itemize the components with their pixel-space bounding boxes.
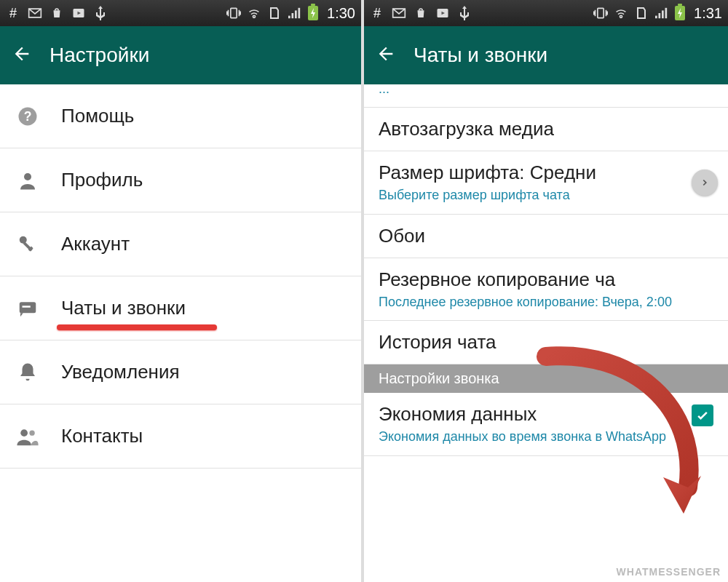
app-bar: Чаты и звонки [364,26,728,84]
svg-rect-5 [298,8,301,18]
status-bar: # 1:30 [0,0,361,26]
annotation-underline [57,324,217,330]
checkbox-checked[interactable] [692,404,713,426]
status-clock: 1:31 [694,5,722,22]
mail-icon [28,6,42,20]
settings-item-chats[interactable]: Чаты и звонки [0,276,361,340]
chevron-right-icon[interactable] [692,170,718,196]
svg-text:?: ? [24,109,32,124]
mail-icon [392,6,406,20]
status-clock: 1:30 [327,5,355,22]
battery-icon [675,6,685,20]
option-title: Резервное копирование ча [379,268,713,291]
bell-icon [15,362,41,383]
wifi-icon [614,6,628,20]
svg-rect-20 [662,10,664,18]
option-wallpaper[interactable]: Обои [364,215,728,258]
usb-icon [93,6,108,20]
vibrate-icon [226,6,241,20]
option-title: Размер шрифта: Средни [379,162,713,184]
page-title: Чаты и звонки [414,44,547,67]
play-icon [71,6,86,20]
person-icon [15,170,41,191]
hash-icon: # [6,6,20,20]
svg-rect-4 [295,10,297,18]
key-icon [15,234,41,255]
svg-rect-13 [23,306,31,308]
watermark: WHATMESSENGER [617,566,721,578]
svg-point-8 [24,173,31,180]
cutoff-text: ··· [364,84,728,107]
back-icon[interactable] [12,44,32,67]
option-chat-history[interactable]: История чата [364,321,728,364]
svg-rect-1 [231,8,237,17]
phone-chats-calls: # 1:31 Чаты и звонки ··· Автозагрузка м [364,0,728,582]
option-title: Обои [379,225,713,247]
svg-point-14 [20,429,28,436]
settings-item-label: Уведомления [61,361,180,383]
signal-icon [654,6,669,20]
app-bar: Настройки [0,26,361,84]
svg-rect-21 [665,8,668,18]
option-media-autodownload[interactable]: Автозагрузка медиа [364,108,728,151]
svg-rect-2 [288,16,290,19]
option-subtitle: Экономия данных во время звонка в WhatsA… [379,428,713,445]
settings-item-label: Помощь [61,105,134,127]
usb-icon [457,6,472,20]
svg-rect-17 [598,8,604,17]
card-icon [267,6,282,20]
store-icon [50,6,64,20]
battery-icon [308,6,318,20]
vibrate-icon [593,6,608,20]
card-icon [634,6,649,20]
help-icon: ? [15,105,41,127]
settings-item-label: Профиль [61,169,143,191]
play-icon [435,6,450,20]
svg-rect-18 [655,16,657,19]
option-backup[interactable]: Резервное копирование ча Последнее резер… [364,258,728,322]
wifi-icon [247,6,261,20]
option-subtitle: Последнее резервное копирование: Вчера, … [379,294,713,311]
phone-settings: # 1:30 Настройки ? Помощь [0,0,364,582]
svg-rect-3 [292,13,294,18]
back-icon[interactable] [376,44,396,67]
settings-item-profile[interactable]: Профиль [0,148,361,212]
store-icon [414,6,428,20]
settings-item-help[interactable]: ? Помощь [0,84,361,148]
option-title: История чата [379,331,713,354]
option-data-saving[interactable]: Экономия данных Экономия данных во время… [364,393,728,456]
signal-icon [288,6,302,20]
chat-icon [15,298,41,319]
settings-item-notifications[interactable]: Уведомления [0,340,361,404]
settings-item-account[interactable]: Аккаунт [0,212,361,276]
hash-icon: # [370,6,384,20]
settings-item-label: Контакты [61,425,143,447]
option-title: Экономия данных [379,403,713,426]
option-title: Автозагрузка медиа [379,118,713,140]
status-bar: # 1:31 [364,0,728,26]
svg-rect-19 [659,13,661,18]
people-icon [15,426,41,447]
option-subtitle: Выберите размер шрифта чата [379,187,713,204]
page-title: Настройки [50,44,149,67]
settings-item-label: Чаты и звонки [61,297,186,319]
settings-item-label: Аккаунт [61,233,130,255]
option-font-size[interactable]: Размер шрифта: Средни Выберите размер шр… [364,151,728,215]
section-call-settings: Настройки звонка [364,364,728,393]
settings-item-contacts[interactable]: Контакты [0,404,361,469]
svg-point-15 [29,430,34,435]
